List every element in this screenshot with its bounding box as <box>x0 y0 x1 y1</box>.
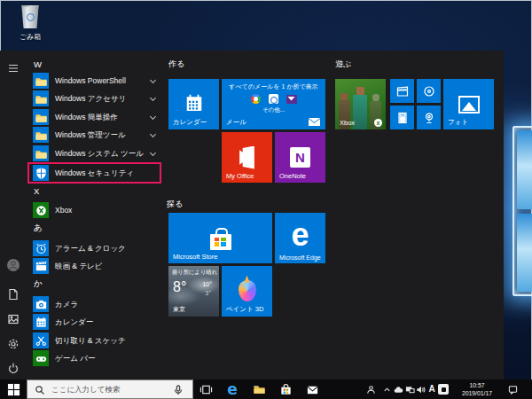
edge-taskbar-icon[interactable]: e <box>225 382 239 396</box>
app-list-section-header-w[interactable]: W <box>34 59 122 71</box>
app-list-item-windows-ease-of-access[interactable]: Windows 簡単操作 <box>29 108 160 126</box>
app-list-item-calendar[interactable]: カレンダー <box>29 313 160 331</box>
app-list-item-label: Windows 管理ツール <box>55 126 126 144</box>
app-list-item-label: アラーム & クロック <box>55 239 126 257</box>
shield-icon <box>33 165 49 181</box>
tile-mail[interactable]: すべてのメールを 1 か所で表示 その他... メール <box>222 79 325 129</box>
tile-microsoft-store[interactable]: Microsoft Store <box>168 213 272 263</box>
xbox-avatar-figure <box>353 87 367 129</box>
taskbar-search[interactable] <box>27 379 193 399</box>
app-list-item-game-bar[interactable]: ゲーム バー <box>29 349 160 367</box>
tile-groove-music-small[interactable] <box>417 79 441 103</box>
app-list-section-header-x[interactable]: X <box>34 185 122 198</box>
folder-icon <box>33 127 49 143</box>
tile-group-title-create[interactable]: 作る <box>168 59 184 70</box>
hidden-icons-chevron[interactable] <box>381 384 392 395</box>
ime-icon[interactable] <box>438 384 449 395</box>
hamburger-menu-icon[interactable] <box>7 62 20 74</box>
devices-tray-icon[interactable] <box>404 384 415 395</box>
pictures-icon[interactable] <box>7 313 20 325</box>
calendar-icon <box>33 314 49 330</box>
recycle-bin-icon[interactable]: ごみ箱 <box>9 5 51 46</box>
app-list-item-label: カレンダー <box>55 313 93 331</box>
app-list-item-windows-powershell[interactable]: Windows PowerShell <box>29 72 160 90</box>
tile-camera-small[interactable] <box>417 106 441 129</box>
app-list-item-snip-sketch[interactable]: 切り取り & スケッチ <box>29 332 160 349</box>
purple-mail-icon <box>286 95 297 104</box>
tile-weather[interactable]: 曇り所により晴れ 8° 10° 3° 東京 <box>168 266 219 317</box>
chevron-down-icon[interactable] <box>150 77 156 83</box>
tile-movies-tv-small[interactable] <box>390 79 414 103</box>
tile-label: Microsoft Edge <box>279 254 321 261</box>
folder-icon <box>33 73 49 89</box>
microphone-icon[interactable] <box>173 383 185 395</box>
app-list-item-alarms-clock[interactable]: アラーム & クロック <box>29 239 160 257</box>
app-list-item-camera[interactable]: カメラ <box>29 295 160 313</box>
volume-icon[interactable] <box>415 384 426 395</box>
app-list-item-label: Windows 簡単操作 <box>55 108 118 126</box>
tile-label: Xbox <box>340 119 355 127</box>
search-input[interactable] <box>51 385 169 394</box>
tile-label: カレンダー <box>173 118 207 127</box>
app-list-item-label: Windows システム ツール <box>55 145 144 162</box>
tile-photos[interactable]: フォト <box>443 79 494 129</box>
wallpaper-logo-pane <box>517 214 532 293</box>
calendar-icon <box>184 91 205 118</box>
chevron-down-icon[interactable] <box>150 131 156 137</box>
tile-group-title-play[interactable]: 遊ぶ <box>335 59 351 70</box>
envelope-icon <box>309 118 320 126</box>
action-center-icon[interactable] <box>507 384 518 395</box>
chevron-down-icon[interactable] <box>150 95 156 101</box>
tile-my-office[interactable]: My Office <box>222 132 272 183</box>
search-icon <box>35 383 47 395</box>
people-tray-icon[interactable] <box>365 384 376 395</box>
store-taskbar-icon[interactable] <box>278 382 293 396</box>
app-list-item-windows-system-tools[interactable]: Windows システム ツール <box>29 145 160 162</box>
clock-date: 2019/01/17 <box>454 389 500 397</box>
movies-tv-icon <box>33 258 49 274</box>
app-list-item-windows-security[interactable]: Windows セキュリティ <box>29 164 160 182</box>
tile-paint-3d[interactable]: ペイント 3D <box>222 266 272 317</box>
photos-icon <box>458 96 480 113</box>
mail-tile-headline: すべてのメールを 1 か所で表示 <box>222 82 325 91</box>
tile-microsoft-edge[interactable]: e Microsoft Edge <box>275 213 325 263</box>
xbox-logo-icon: x <box>374 119 382 127</box>
app-list-section-header-a[interactable]: あ <box>34 222 122 234</box>
clock-time: 10:57 <box>454 381 500 389</box>
documents-icon[interactable] <box>7 288 20 301</box>
app-list-item-label: Xbox <box>55 201 72 219</box>
folder-icon <box>33 145 49 161</box>
app-list-item-windows-accessories[interactable]: Windows アクセサリ <box>29 90 160 107</box>
app-list-item-windows-admin-tools[interactable]: Windows 管理ツール <box>29 126 160 144</box>
tile-onenote[interactable]: N OneNote <box>275 132 325 183</box>
app-list-item-label: カメラ <box>55 295 78 313</box>
account-avatar[interactable] <box>7 259 20 271</box>
ime-mode-indicator[interactable]: A <box>426 384 437 395</box>
task-view-icon[interactable] <box>199 382 213 396</box>
tile-group-title-explore[interactable]: 探る <box>167 199 183 210</box>
tile-xbox[interactable]: Xbox x <box>335 79 386 129</box>
store-bag-icon <box>210 234 231 250</box>
camera-icon <box>33 296 49 312</box>
tile-calendar[interactable]: カレンダー <box>168 79 219 129</box>
recycle-bin-label: ごみ箱 <box>9 32 51 42</box>
tile-calculator-small[interactable] <box>390 106 414 129</box>
app-list-item-label: Windows セキュリティ <box>55 164 134 182</box>
settings-gear-icon[interactable] <box>7 338 20 350</box>
power-icon[interactable] <box>7 362 20 374</box>
tile-label: Microsoft Store <box>173 253 217 261</box>
file-explorer-icon[interactable] <box>252 382 266 396</box>
app-list-section-header-ka[interactable]: か <box>34 278 122 290</box>
app-list-item-movies-tv[interactable]: 映画 & テレビ <box>29 257 160 275</box>
tile-label: ペイント 3D <box>226 305 263 314</box>
app-list-item-xbox[interactable]: Xbox <box>29 201 160 219</box>
start-button[interactable] <box>6 382 20 396</box>
tile-label: OneNote <box>279 172 306 180</box>
chevron-down-icon[interactable] <box>150 150 156 156</box>
chevron-down-icon[interactable] <box>150 113 156 120</box>
tile-label: フォト <box>448 118 468 127</box>
mail-taskbar-icon[interactable] <box>305 382 319 396</box>
folder-icon <box>33 109 49 125</box>
taskbar-clock[interactable]: 10:57 2019/01/17 <box>454 381 500 397</box>
onedrive-cloud-icon[interactable] <box>393 384 403 395</box>
